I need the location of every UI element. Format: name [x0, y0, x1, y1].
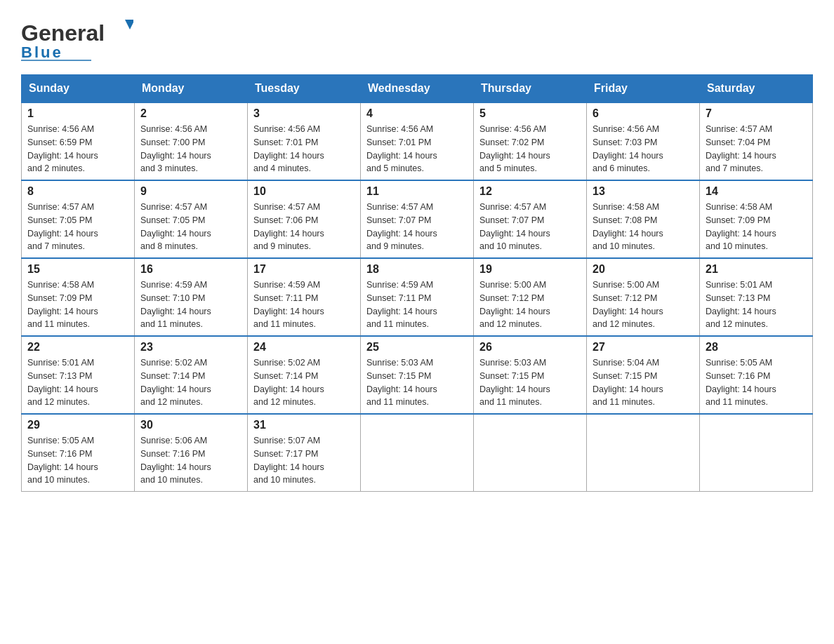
page-header: General Blue — [21, 14, 813, 63]
day-info: Sunrise: 4:59 AMSunset: 7:11 PMDaylight:… — [253, 279, 355, 331]
weekday-header-thursday: Thursday — [474, 75, 587, 103]
calendar-cell: 27Sunrise: 5:04 AMSunset: 7:15 PMDayligh… — [587, 336, 700, 414]
day-info: Sunrise: 4:56 AMSunset: 7:00 PMDaylight:… — [140, 123, 241, 175]
calendar-cell: 25Sunrise: 5:03 AMSunset: 7:15 PMDayligh… — [361, 336, 474, 414]
calendar-cell: 12Sunrise: 4:57 AMSunset: 7:07 PMDayligh… — [474, 180, 587, 258]
day-info: Sunrise: 5:00 AMSunset: 7:12 PMDaylight:… — [479, 279, 581, 331]
weekday-header-saturday: Saturday — [700, 75, 813, 103]
calendar-cell: 16Sunrise: 4:59 AMSunset: 7:10 PMDayligh… — [135, 258, 248, 336]
calendar-cell: 28Sunrise: 5:05 AMSunset: 7:16 PMDayligh… — [700, 336, 813, 414]
svg-text:General: General — [21, 20, 105, 46]
day-number: 23 — [140, 341, 241, 354]
weekday-header-monday: Monday — [135, 75, 248, 103]
day-info: Sunrise: 4:59 AMSunset: 7:10 PMDaylight:… — [140, 279, 241, 331]
calendar-cell: 11Sunrise: 4:57 AMSunset: 7:07 PMDayligh… — [361, 180, 474, 258]
calendar-cell: 17Sunrise: 4:59 AMSunset: 7:11 PMDayligh… — [248, 258, 361, 336]
day-info: Sunrise: 4:57 AMSunset: 7:05 PMDaylight:… — [27, 201, 128, 253]
calendar-cell: 6Sunrise: 4:56 AMSunset: 7:03 PMDaylight… — [587, 102, 700, 180]
day-number: 4 — [366, 107, 468, 120]
calendar-week-2: 8Sunrise: 4:57 AMSunset: 7:05 PMDaylight… — [22, 180, 813, 258]
day-number: 21 — [706, 263, 807, 276]
day-number: 11 — [366, 185, 468, 198]
day-number: 30 — [140, 419, 241, 431]
day-number: 31 — [253, 419, 355, 431]
day-info: Sunrise: 4:57 AMSunset: 7:07 PMDaylight:… — [366, 201, 468, 253]
day-info: Sunrise: 4:57 AMSunset: 7:05 PMDaylight:… — [140, 201, 241, 253]
day-number: 9 — [140, 185, 241, 198]
day-info: Sunrise: 4:56 AMSunset: 7:01 PMDaylight:… — [366, 123, 468, 175]
day-number: 2 — [140, 107, 241, 120]
calendar-cell: 13Sunrise: 4:58 AMSunset: 7:08 PMDayligh… — [587, 180, 700, 258]
day-number: 15 — [27, 263, 128, 276]
day-number: 5 — [479, 107, 581, 120]
day-number: 1 — [27, 107, 128, 120]
weekday-header-friday: Friday — [587, 75, 700, 103]
day-number: 8 — [27, 185, 128, 198]
day-info: Sunrise: 5:00 AMSunset: 7:12 PMDaylight:… — [593, 279, 694, 331]
day-info: Sunrise: 4:58 AMSunset: 7:09 PMDaylight:… — [706, 201, 807, 253]
svg-marker-1 — [125, 20, 133, 29]
weekday-header-sunday: Sunday — [22, 75, 135, 103]
calendar-week-4: 22Sunrise: 5:01 AMSunset: 7:13 PMDayligh… — [22, 336, 813, 414]
day-info: Sunrise: 5:03 AMSunset: 7:15 PMDaylight:… — [479, 356, 581, 409]
day-info: Sunrise: 4:56 AMSunset: 7:01 PMDaylight:… — [253, 123, 355, 175]
svg-text:Blue: Blue — [21, 43, 63, 61]
day-info: Sunrise: 5:05 AMSunset: 7:16 PMDaylight:… — [27, 434, 128, 487]
calendar-cell: 9Sunrise: 4:57 AMSunset: 7:05 PMDaylight… — [135, 180, 248, 258]
day-number: 16 — [140, 263, 241, 276]
calendar-cell — [361, 414, 474, 492]
calendar-cell: 21Sunrise: 5:01 AMSunset: 7:13 PMDayligh… — [700, 258, 813, 336]
calendar-cell — [700, 414, 813, 492]
day-info: Sunrise: 4:57 AMSunset: 7:04 PMDaylight:… — [706, 123, 807, 175]
calendar-cell: 30Sunrise: 5:06 AMSunset: 7:16 PMDayligh… — [135, 414, 248, 492]
calendar-cell: 24Sunrise: 5:02 AMSunset: 7:14 PMDayligh… — [248, 336, 361, 414]
logo: General Blue — [21, 14, 133, 63]
day-info: Sunrise: 5:03 AMSunset: 7:15 PMDaylight:… — [366, 356, 468, 409]
calendar-cell: 31Sunrise: 5:07 AMSunset: 7:17 PMDayligh… — [248, 414, 361, 492]
calendar-cell — [587, 414, 700, 492]
calendar-cell: 7Sunrise: 4:57 AMSunset: 7:04 PMDaylight… — [700, 102, 813, 180]
calendar-cell: 8Sunrise: 4:57 AMSunset: 7:05 PMDaylight… — [22, 180, 135, 258]
calendar-week-5: 29Sunrise: 5:05 AMSunset: 7:16 PMDayligh… — [22, 414, 813, 492]
day-info: Sunrise: 5:02 AMSunset: 7:14 PMDaylight:… — [140, 356, 241, 409]
day-number: 22 — [27, 341, 128, 354]
day-info: Sunrise: 5:04 AMSunset: 7:15 PMDaylight:… — [593, 356, 694, 409]
day-number: 3 — [253, 107, 355, 120]
calendar-cell: 3Sunrise: 4:56 AMSunset: 7:01 PMDaylight… — [248, 102, 361, 180]
day-info: Sunrise: 5:02 AMSunset: 7:14 PMDaylight:… — [253, 356, 355, 409]
day-info: Sunrise: 5:07 AMSunset: 7:17 PMDaylight:… — [253, 434, 355, 487]
day-number: 24 — [253, 341, 355, 354]
day-info: Sunrise: 4:56 AMSunset: 7:02 PMDaylight:… — [479, 123, 581, 175]
calendar-week-3: 15Sunrise: 4:58 AMSunset: 7:09 PMDayligh… — [22, 258, 813, 336]
calendar-cell: 15Sunrise: 4:58 AMSunset: 7:09 PMDayligh… — [22, 258, 135, 336]
calendar-cell: 29Sunrise: 5:05 AMSunset: 7:16 PMDayligh… — [22, 414, 135, 492]
day-number: 12 — [479, 185, 581, 198]
calendar-cell: 14Sunrise: 4:58 AMSunset: 7:09 PMDayligh… — [700, 180, 813, 258]
day-info: Sunrise: 4:57 AMSunset: 7:06 PMDaylight:… — [253, 201, 355, 253]
calendar-cell: 1Sunrise: 4:56 AMSunset: 6:59 PMDaylight… — [22, 102, 135, 180]
logo-svg: General Blue — [21, 14, 133, 63]
calendar-cell: 23Sunrise: 5:02 AMSunset: 7:14 PMDayligh… — [135, 336, 248, 414]
calendar-cell: 4Sunrise: 4:56 AMSunset: 7:01 PMDaylight… — [361, 102, 474, 180]
day-info: Sunrise: 4:56 AMSunset: 6:59 PMDaylight:… — [27, 123, 128, 175]
day-number: 20 — [593, 263, 694, 276]
day-info: Sunrise: 4:58 AMSunset: 7:09 PMDaylight:… — [27, 279, 128, 331]
day-info: Sunrise: 5:01 AMSunset: 7:13 PMDaylight:… — [27, 356, 128, 409]
calendar-cell: 2Sunrise: 4:56 AMSunset: 7:00 PMDaylight… — [135, 102, 248, 180]
weekday-header-wednesday: Wednesday — [361, 75, 474, 103]
calendar-cell: 5Sunrise: 4:56 AMSunset: 7:02 PMDaylight… — [474, 102, 587, 180]
day-number: 26 — [479, 341, 581, 354]
day-number: 10 — [253, 185, 355, 198]
day-number: 14 — [706, 185, 807, 198]
day-number: 18 — [366, 263, 468, 276]
day-info: Sunrise: 4:56 AMSunset: 7:03 PMDaylight:… — [593, 123, 694, 175]
day-number: 27 — [593, 341, 694, 354]
day-number: 7 — [706, 107, 807, 120]
calendar-cell: 26Sunrise: 5:03 AMSunset: 7:15 PMDayligh… — [474, 336, 587, 414]
weekday-header-tuesday: Tuesday — [248, 75, 361, 103]
day-info: Sunrise: 4:57 AMSunset: 7:07 PMDaylight:… — [479, 201, 581, 253]
day-number: 28 — [706, 341, 807, 354]
calendar-cell — [474, 414, 587, 492]
day-number: 19 — [479, 263, 581, 276]
day-number: 17 — [253, 263, 355, 276]
